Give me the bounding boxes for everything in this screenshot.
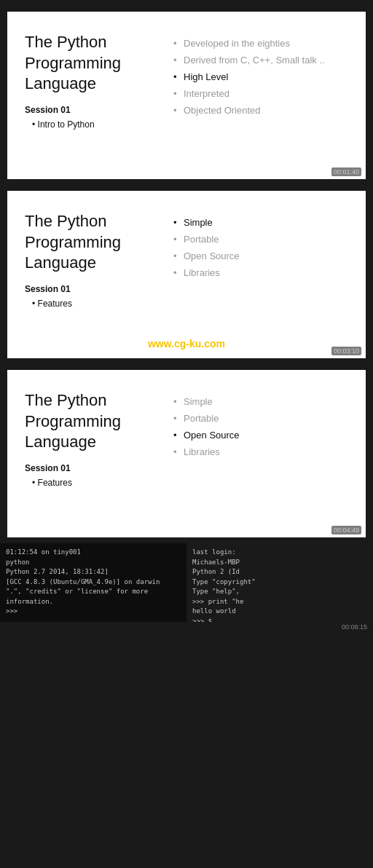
slide-wrapper-0: The Python Programming LanguageSession 0… xyxy=(0,6,373,185)
list-item: Portable xyxy=(170,231,348,248)
list-item: Portable xyxy=(170,410,348,427)
list-item: Open Source xyxy=(170,248,348,264)
terminal-line: [GCC 4.8.3 (Ubuntu/GMA_4.9e)] on darwin xyxy=(6,577,181,588)
list-item: Simple xyxy=(170,393,348,410)
slide-session-1: Session 01 xyxy=(25,284,159,294)
slide-right-list-1: SimplePortableOpen SourceLibraries xyxy=(170,214,348,281)
terminal-line: last login: xyxy=(192,548,367,558)
terminal-line: python xyxy=(6,558,181,568)
slide-title-0: The Python Programming Language xyxy=(25,32,159,95)
terminal-line: >>> $ xyxy=(192,617,367,623)
list-item: Objected Oriented xyxy=(170,102,348,119)
list-item: High Level xyxy=(170,68,348,85)
slide-title-1: The Python Programming Language xyxy=(25,211,159,274)
terminal-right: last login:Michaels-MBPPython 2 (IdType … xyxy=(186,543,373,622)
list-item: Libraries xyxy=(170,443,348,460)
terminal-section: 01:12:54 on tiny001pythonPython 2.7 2014… xyxy=(0,543,373,622)
slide-session-0: Session 01 xyxy=(25,105,159,115)
watermark-1: www.cg-ku.com xyxy=(148,338,225,350)
slide-left-list-0: Intro to Python xyxy=(25,119,159,130)
list-item: Simple xyxy=(170,214,348,231)
terminal-line: Python 2.7 2014, 18:31:42] xyxy=(6,567,181,577)
slide-session-2: Session 01 xyxy=(25,463,159,473)
terminal-line: Type "copyright" xyxy=(192,577,367,588)
list-item: Features xyxy=(32,299,159,309)
slide-1: The Python Programming LanguageSession 0… xyxy=(7,191,366,358)
slide-left-1: The Python Programming LanguageSession 0… xyxy=(25,211,170,309)
terminal-timestamp: 00:06:15 xyxy=(0,622,373,634)
slide-left-list-1: Features xyxy=(25,299,159,309)
slide-timestamp-0: 00:01:40 xyxy=(331,167,361,176)
list-item: Open Source xyxy=(170,427,348,443)
slide-right-2: SimplePortableOpen SourceLibraries xyxy=(170,390,348,460)
list-item: Developed in the eighties xyxy=(170,35,348,52)
terminal-line: 01:12:54 on tiny001 xyxy=(6,548,181,558)
terminal-line: hello world xyxy=(192,607,367,617)
list-item: Interpreted xyxy=(170,85,348,102)
terminal-line: >>> xyxy=(6,607,181,617)
terminal-line: >>> print "he xyxy=(192,597,367,607)
list-item: Derived from C, C++, Small talk .. xyxy=(170,52,348,68)
slide-2: The Python Programming LanguageSession 0… xyxy=(7,370,366,537)
slide-timestamp-2: 00:04:49 xyxy=(331,526,361,534)
slide-left-0: The Python Programming LanguageSession 0… xyxy=(25,32,170,130)
slide-left-list-2: Features xyxy=(25,478,159,488)
slide-wrapper-1: The Python Programming LanguageSession 0… xyxy=(0,185,373,364)
list-item: Libraries xyxy=(170,264,348,281)
slide-0: The Python Programming LanguageSession 0… xyxy=(7,12,366,179)
slide-timestamp-1: 00:03:10 xyxy=(331,347,361,355)
slide-right-0: Developed in the eightiesDerived from C,… xyxy=(170,32,348,119)
slide-title-2: The Python Programming Language xyxy=(25,390,159,453)
terminal-line: Type "help", xyxy=(192,587,367,597)
list-item: Features xyxy=(32,478,159,488)
metadata-bar xyxy=(0,0,373,6)
list-item: Intro to Python xyxy=(32,119,159,130)
terminal-line: Python 2 (Id xyxy=(192,567,367,577)
slide-right-list-0: Developed in the eightiesDerived from C,… xyxy=(170,35,348,119)
slide-right-1: SimplePortableOpen SourceLibraries xyxy=(170,211,348,281)
terminal-line: Michaels-MBP xyxy=(192,558,367,568)
slide-wrapper-2: The Python Programming LanguageSession 0… xyxy=(0,364,373,543)
slide-right-list-2: SimplePortableOpen SourceLibraries xyxy=(170,393,348,460)
slide-left-2: The Python Programming LanguageSession 0… xyxy=(25,390,170,488)
terminal-left: 01:12:54 on tiny001pythonPython 2.7 2014… xyxy=(0,543,186,622)
terminal-line: ".", "credits" or "license" for more inf… xyxy=(6,587,181,607)
